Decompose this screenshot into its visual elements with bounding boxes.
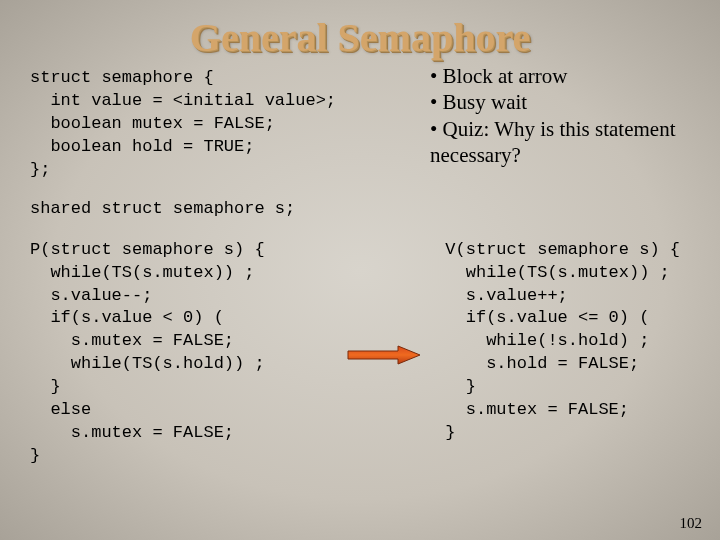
arrow-icon — [342, 345, 422, 365]
slide-title: General Semaphore — [0, 0, 720, 67]
bullet-2: • Busy wait — [430, 89, 690, 115]
page-number: 102 — [680, 515, 703, 532]
bullet-list: • Block at arrow • Busy wait • Quiz: Why… — [430, 63, 690, 182]
bottom-row: P(struct semaphore s) { while(TS(s.mutex… — [30, 239, 690, 468]
p-function-code: P(struct semaphore s) { while(TS(s.mutex… — [30, 239, 265, 468]
shared-declaration: shared struct semaphore s; — [30, 198, 690, 221]
bullet-3: • Quiz: Why is this statement necessary? — [430, 116, 690, 169]
v-function-code: V(struct semaphore s) { while(TS(s.mutex… — [445, 239, 680, 468]
content-area: struct semaphore { int value = <initial … — [0, 67, 720, 468]
struct-code: struct semaphore { int value = <initial … — [30, 67, 336, 182]
top-row: struct semaphore { int value = <initial … — [30, 67, 690, 182]
svg-marker-0 — [348, 346, 420, 364]
bullet-1: • Block at arrow — [430, 63, 690, 89]
